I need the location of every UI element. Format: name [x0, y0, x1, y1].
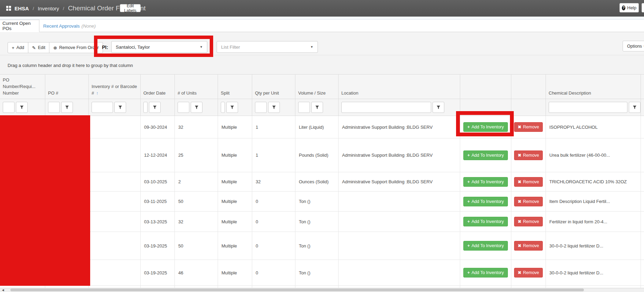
column-header-location[interactable]: Location [339, 75, 460, 99]
remove-button[interactable]: ✖Remove [514, 177, 543, 187]
filter-funnel-icon [65, 105, 69, 109]
cell-split: Multiple [218, 260, 252, 285]
add-to-inventory-button[interactable]: +Add To Inventory [463, 177, 508, 187]
edit-labels-button[interactable]: Edit Labels [120, 4, 141, 12]
column-header-order-date[interactable]: Order Date [141, 75, 175, 99]
filter-input-order-date[interactable] [143, 102, 148, 113]
column-header-po[interactable]: PO # [45, 75, 89, 99]
cell-po-req [0, 212, 45, 232]
filter-input-split[interactable] [221, 102, 225, 113]
add-to-inventory-button[interactable]: +Add To Inventory [463, 268, 508, 278]
filter-funnel-icon [230, 105, 234, 109]
filter-input-units[interactable] [178, 102, 189, 113]
help-button[interactable]: ? Help [619, 3, 639, 12]
column-header-split[interactable]: Split [218, 75, 252, 99]
plus-icon: + [467, 179, 470, 184]
filter-funnel-icon [20, 105, 24, 109]
cell-po-req [0, 138, 45, 172]
filter-button-units[interactable] [191, 102, 202, 113]
remove-button[interactable]: ✖Remove [514, 150, 543, 160]
add-button[interactable]: + Add [8, 42, 28, 53]
edit-button[interactable]: ✎ Edit [28, 42, 49, 53]
add-to-inventory-button[interactable]: +Add To Inventory [463, 241, 508, 251]
filter-button-location[interactable] [433, 102, 444, 113]
filter-button-volume[interactable] [311, 102, 323, 113]
add-to-inventory-button[interactable]: +Add To Inventory [463, 197, 508, 206]
brand-name[interactable]: EHSA [15, 6, 29, 11]
add-to-inventory-button[interactable]: +Add To Inventory [463, 217, 508, 226]
cell-location [339, 212, 460, 232]
remove-from-order-button[interactable]: ⊗ Remove From Order [49, 42, 103, 53]
cut-off-navbar-button[interactable] [642, 3, 644, 12]
filter-button-split[interactable] [226, 102, 238, 113]
cell-order-date: 03-19-2025 [141, 260, 175, 285]
plus-icon: + [467, 270, 470, 275]
cell-volume: Ton () [295, 260, 339, 285]
options-button[interactable]: Options ▾ [623, 41, 644, 51]
cell-split: Multiple [218, 212, 252, 232]
filter-input-location[interactable] [341, 102, 431, 113]
options-label: Options [627, 44, 642, 49]
filter-button-po[interactable] [61, 102, 73, 113]
filter-input-qty[interactable] [255, 102, 267, 113]
cell-units: 32 [175, 116, 218, 138]
filter-input-inventory[interactable] [92, 102, 113, 113]
breadcrumb-inventory[interactable]: Inventory [38, 6, 59, 11]
cell-volume: Liter (Liquid) [295, 116, 339, 138]
cell-units: 25 [175, 138, 218, 172]
add-button-label: Add [17, 45, 24, 50]
column-header-add-actions [460, 75, 511, 99]
cell-units: 50 [175, 192, 218, 211]
column-header-volume-size[interactable]: Volume / Size [295, 75, 339, 99]
filter-button-inventory[interactable] [114, 102, 126, 113]
cell-qty: 0 [252, 260, 295, 285]
filter-button-qty[interactable] [268, 102, 280, 113]
x-icon: ✖ [518, 125, 521, 129]
column-header-chemical-description[interactable]: Chemical Description [546, 75, 641, 99]
sort-ascending-icon: ↑ [96, 90, 98, 96]
filter-input-po-req[interactable] [3, 102, 15, 113]
filter-input-volume[interactable] [298, 102, 310, 113]
cell-description: ISOPROPYL ALCOHOL [546, 116, 641, 138]
cell-inventory [89, 138, 141, 172]
remove-button[interactable]: ✖Remove [514, 217, 543, 226]
tab-current-open-pos[interactable]: Current Open POs [0, 20, 39, 32]
cell-po-req [0, 172, 45, 191]
cell-order-date: 03-11-2025 [141, 192, 175, 211]
cell-volume: Ounces (Solid) [295, 172, 339, 191]
filter-button-po-req[interactable] [16, 102, 28, 113]
scroll-left-arrow-icon[interactable]: ◀ [0, 288, 6, 292]
filter-funnel-icon [272, 105, 276, 109]
cell-location [339, 260, 460, 285]
column-header-inventory-barcode[interactable]: Inventory # or Barcode #↑ [89, 75, 141, 99]
table-row: 03-13-2025 32 Multiple 0 Ton () +Add To … [0, 212, 644, 232]
cell-split: Multiple [218, 138, 252, 172]
filter-button-description[interactable] [629, 102, 641, 113]
filter-input-po[interactable] [48, 102, 60, 113]
chevron-down-icon: ▼ [200, 45, 203, 49]
cell-po-req [0, 192, 45, 211]
cell-description: 30-0-0-2 liquid fertilizer D... [546, 260, 641, 285]
list-filter-select[interactable]: List Filter ▼ [217, 41, 318, 53]
app-grid-icon [6, 6, 11, 11]
remove-button[interactable]: ✖Remove [514, 268, 543, 278]
plus-icon: + [467, 153, 470, 158]
filter-input-description[interactable] [549, 102, 627, 113]
tab-recent-approvals[interactable]: Recent Approvals (None) [43, 20, 96, 32]
filter-button-order-date[interactable] [149, 102, 161, 113]
horizontal-scrollbar-thumb[interactable] [10, 289, 584, 291]
remove-button[interactable]: ✖Remove [514, 241, 543, 251]
pi-select[interactable]: Santaloci, Taylor ▼ [111, 41, 207, 53]
add-to-inventory-button[interactable]: +Add To Inventory [463, 150, 508, 160]
cell-units: 46 [175, 260, 218, 285]
remove-button[interactable]: ✖Remove [514, 197, 543, 206]
add-to-inventory-button[interactable]: +Add To Inventory [463, 122, 508, 132]
cell-po-req [0, 260, 45, 285]
table-row: 03-10-2025 2 Multiple 32 Ounces (Solid) … [0, 172, 644, 192]
remove-button[interactable]: ✖Remove [514, 122, 543, 132]
cell-qty: 1 [252, 116, 295, 138]
column-header-po-req-number[interactable]: PO Number/Requi... Number [0, 75, 45, 99]
column-header-units[interactable]: # of Units [175, 75, 218, 99]
cell-units: 2 [175, 172, 218, 191]
column-header-qty-per-unit[interactable]: Qty per Unit [252, 75, 295, 99]
